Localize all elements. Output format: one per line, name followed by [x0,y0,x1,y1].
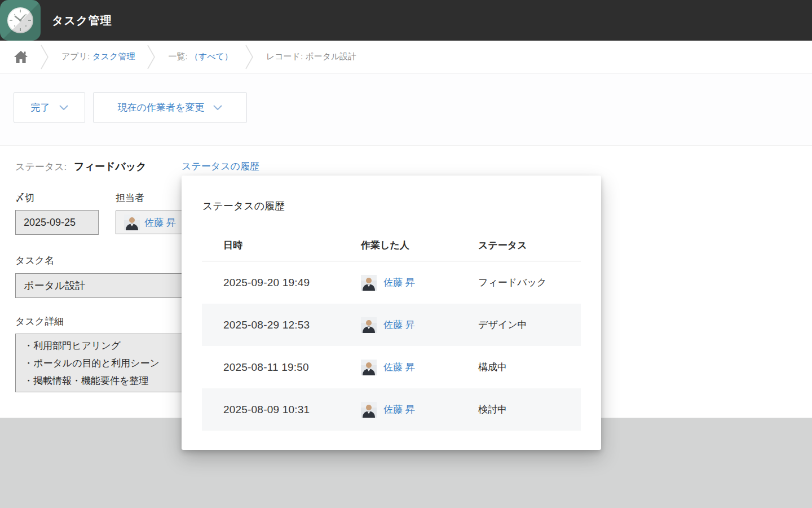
worker-link[interactable]: 佐藤 昇 [383,403,415,416]
history-status: 構成中 [478,361,581,374]
status-value: フィードバック [74,161,147,172]
col-header-datetime: 日時 [202,239,361,252]
history-row: 2025-09-20 19:49 佐藤 昇 フィードバック [202,261,581,304]
breadcrumb-list: 一覧: （すべて） [168,51,232,62]
history-row: 2025-08-09 10:31 佐藤 昇 検討中 [202,388,581,431]
history-status: デザイン中 [478,318,581,331]
popup-title: ステータスの履歴 [202,199,285,213]
worker-avatar [361,275,377,291]
status-label: ステータス: [15,161,67,172]
clock-icon [7,7,33,33]
task-detail-label: タスク詳細 [15,315,64,328]
deadline-value: 2025-09-25 [15,210,99,235]
assignee-avatar [124,214,140,230]
status-history-popup: ステータスの履歴 日時 作業した人 ステータス 2025-09-20 19:49… [182,176,601,450]
app-clock-icon[interactable] [0,0,41,41]
status-row: ステータス: フィードバック [15,160,147,173]
breadcrumb-record-label: レコード: [266,51,303,61]
history-status: フィードバック [478,276,581,289]
breadcrumb-app-label: アプリ: [61,51,90,61]
history-table-header: 日時 作業した人 ステータス [202,230,581,261]
breadcrumb-list-link[interactable]: （すべて） [190,51,233,61]
history-worker: 佐藤 昇 [361,402,478,418]
worker-link[interactable]: 佐藤 昇 [383,276,415,289]
breadcrumb-separator-icon [41,45,49,69]
history-row: 2025-08-11 19:50 佐藤 昇 構成中 [202,346,581,388]
history-datetime: 2025-08-11 19:50 [202,361,361,374]
worker-link[interactable]: 佐藤 昇 [383,361,415,374]
breadcrumb-list-label: 一覧: [168,51,187,61]
task-detail-line: ・利用部門ヒアリング [24,337,121,354]
task-detail-line: ・ポータルの目的と利用シーン [24,354,160,372]
process-toolbar: 完了 現在の作業者を変更 [0,73,812,146]
home-icon[interactable] [14,50,28,64]
breadcrumb-record: レコード: ポータル設計 [266,51,356,62]
status-history-link[interactable]: ステータスの履歴 [182,160,259,173]
history-datetime: 2025-08-29 12:53 [202,319,361,331]
worker-link[interactable]: 佐藤 昇 [383,318,415,331]
col-header-status: ステータス [478,239,581,252]
worker-avatar [361,317,377,333]
breadcrumb: アプリ: タスク管理 一覧: （すべて） レコード: ポータル設計 [0,41,812,73]
app-title: タスク管理 [52,0,112,41]
history-worker: 佐藤 昇 [361,317,478,333]
task-detail-line: ・掲載情報・機能要件を整理 [24,372,148,389]
breadcrumb-app: アプリ: タスク管理 [61,51,135,62]
history-worker: 佐藤 昇 [361,360,478,375]
chevron-down-icon [213,105,222,110]
history-table: 日時 作業した人 ステータス 2025-09-20 19:49 佐藤 昇 フィー… [202,230,581,431]
screen: タスク管理 アプリ: タスク管理 一覧: （すべて） レコード: ポータル設計 … [0,0,812,508]
assignee-label: 担当者 [116,191,144,204]
breadcrumb-separator-icon [245,45,254,69]
worker-avatar [361,360,377,375]
app-header: タスク管理 [0,0,812,41]
breadcrumb-separator-icon [147,45,156,69]
complete-button[interactable]: 完了 [14,92,85,123]
history-status: 検討中 [478,403,581,416]
history-datetime: 2025-08-09 10:31 [202,404,361,416]
chevron-down-icon [59,105,68,110]
assignee-link[interactable]: 佐藤 昇 [144,216,176,229]
complete-button-label: 完了 [31,101,50,114]
col-header-worker: 作業した人 [361,239,478,252]
breadcrumb-app-link[interactable]: タスク管理 [92,51,135,61]
history-row: 2025-08-29 12:53 佐藤 昇 デザイン中 [202,304,581,346]
change-worker-button[interactable]: 現在の作業者を変更 [93,92,247,123]
history-worker: 佐藤 昇 [361,275,478,291]
history-datetime: 2025-09-20 19:49 [202,277,361,289]
worker-avatar [361,402,377,418]
task-name-label: タスク名 [15,254,54,267]
deadline-label: 〆切 [15,191,34,204]
change-worker-button-label: 現在の作業者を変更 [118,101,205,114]
breadcrumb-record-value: ポータル設計 [305,51,356,61]
